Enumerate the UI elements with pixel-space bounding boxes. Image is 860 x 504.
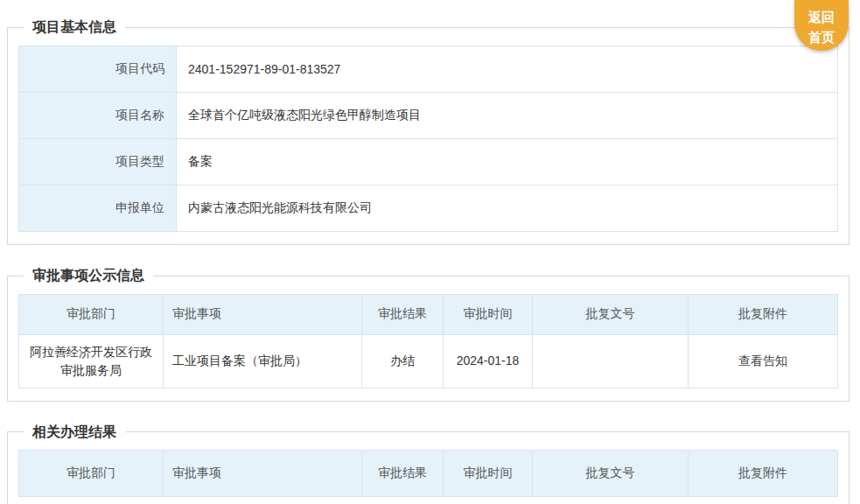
section-related-results: 相关办理结果 审批部门 审批事项 审批结果 审批时间 批复文号 批复附件	[7, 424, 850, 504]
table-header-row: 审批部门 审批事项 审批结果 审批时间 批复文号 批复附件	[19, 451, 838, 497]
basic-info-table: 项目代码 2401-152971-89-01-813527 项目名称 全球首个亿…	[18, 46, 838, 232]
field-value-project-type: 备案	[177, 138, 838, 185]
cell-attachment: 查看告知	[689, 334, 838, 388]
col-header-attachment: 批复附件	[689, 294, 838, 334]
section-title-related-results: 相关办理结果	[24, 424, 125, 442]
field-value-declaring-unit: 内蒙古液态阳光能源科技有限公司	[177, 185, 838, 231]
table-row: 阿拉善经济开发区行政审批服务局 工业项目备案（审批局） 办结 2024-01-1…	[19, 334, 838, 388]
cell-result: 办结	[362, 334, 444, 388]
related-results-table: 审批部门 审批事项 审批结果 审批时间 批复文号 批复附件	[18, 450, 838, 497]
cell-item: 工业项目备案（审批局）	[164, 334, 362, 388]
col-header-item: 审批事项	[164, 451, 362, 497]
table-header-row: 审批部门 审批事项 审批结果 审批时间 批复文号 批复附件	[19, 294, 838, 334]
col-header-time: 审批时间	[444, 294, 533, 334]
cell-time: 2024-01-18	[444, 334, 533, 388]
field-label-project-type: 项目类型	[19, 138, 177, 185]
section-approval-info: 审批事项公示信息 审批部门 审批事项 审批结果 审批时间 批复文号 批复附件 阿…	[7, 267, 850, 402]
section-basic-info: 项目基本信息 项目代码 2401-152971-89-01-813527 项目名…	[7, 18, 850, 245]
section-title-approval-info: 审批事项公示信息	[24, 267, 153, 285]
cell-doc-no	[533, 334, 689, 388]
col-header-time: 审批时间	[444, 451, 533, 497]
field-label-project-name: 项目名称	[19, 92, 177, 138]
col-header-doc-no: 批复文号	[533, 294, 689, 334]
col-header-department: 审批部门	[19, 294, 164, 334]
field-label-project-code: 项目代码	[19, 46, 177, 92]
col-header-attachment: 批复附件	[689, 451, 838, 497]
table-row: 项目代码 2401-152971-89-01-813527	[19, 46, 838, 92]
cell-department: 阿拉善经济开发区行政审批服务局	[19, 334, 164, 388]
col-header-department: 审批部门	[19, 451, 164, 497]
approval-info-table: 审批部门 审批事项 审批结果 审批时间 批复文号 批复附件 阿拉善经济开发区行政…	[18, 294, 838, 388]
table-row: 项目类型 备案	[19, 138, 838, 185]
col-header-result: 审批结果	[362, 451, 444, 497]
field-value-project-name: 全球首个亿吨级液态阳光绿色甲醇制造项目	[177, 92, 838, 138]
table-row: 项目名称 全球首个亿吨级液态阳光绿色甲醇制造项目	[19, 92, 838, 138]
view-notice-link[interactable]: 查看告知	[738, 354, 787, 368]
col-header-result: 审批结果	[362, 294, 444, 334]
field-label-declaring-unit: 申报单位	[19, 185, 177, 231]
col-header-doc-no: 批复文号	[533, 451, 689, 497]
table-row: 申报单位 内蒙古液态阳光能源科技有限公司	[19, 185, 838, 231]
col-header-item: 审批事项	[164, 294, 362, 334]
field-value-project-code: 2401-152971-89-01-813527	[177, 46, 838, 92]
page: 返回首页 项目基本信息 项目代码 2401-152971-89-01-81352…	[0, 0, 860, 504]
section-title-basic-info: 项目基本信息	[24, 18, 125, 37]
